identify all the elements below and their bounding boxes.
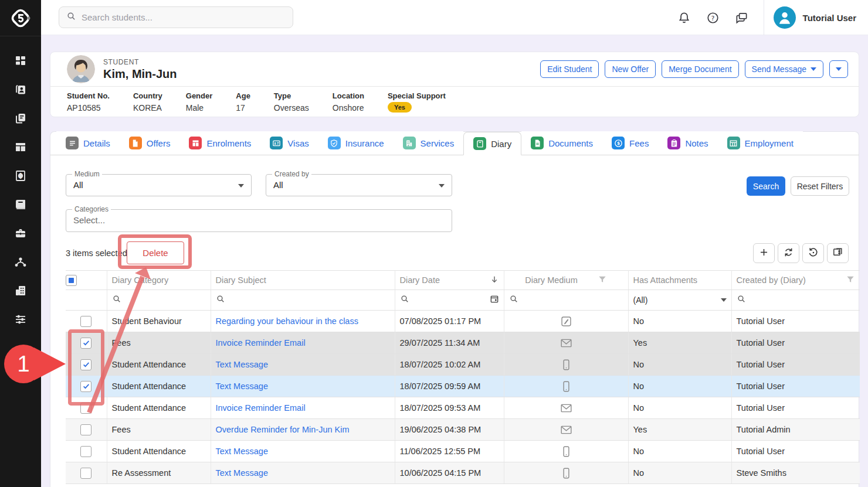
- column-search-icon[interactable]: [737, 294, 746, 306]
- tab-visas[interactable]: Visas: [260, 131, 318, 155]
- cell-created-by: Tutorial User: [731, 354, 860, 376]
- row-checkbox[interactable]: [80, 338, 91, 349]
- row-checkbox[interactable]: [80, 403, 91, 414]
- medium-filter-value: All: [73, 180, 83, 190]
- info-label: Location: [333, 91, 364, 100]
- sidebar-item-agents[interactable]: [13, 255, 28, 269]
- table-row[interactable]: Re AssessmentText Message10/06/2025 04:1…: [66, 462, 860, 484]
- cell-created-by: Tutorial User: [731, 397, 860, 419]
- send-message-button[interactable]: Send Message: [745, 60, 823, 78]
- search-students-input[interactable]: [82, 12, 286, 22]
- sidebar-item-dashboard[interactable]: [13, 54, 28, 68]
- row-checkbox[interactable]: [80, 446, 91, 457]
- column-search-icon[interactable]: [509, 294, 518, 306]
- filter-created-by[interactable]: [731, 290, 860, 311]
- sidebar-item-fees[interactable]: $: [13, 169, 28, 183]
- categories-filter-select[interactable]: Categories Select...: [66, 209, 452, 232]
- created-by-filter-label: Created by: [272, 170, 311, 178]
- table-row[interactable]: Student BehaviourRegarding your behaviou…: [66, 311, 860, 332]
- merge-document-button[interactable]: Merge Document: [662, 60, 738, 78]
- more-actions-button[interactable]: [829, 60, 848, 78]
- sidebar-item-offers[interactable]: [13, 111, 28, 125]
- table-row[interactable]: Student AttendanceText Message18/07/2025…: [66, 354, 860, 376]
- categories-filter-placeholder: Select...: [73, 215, 105, 225]
- sidebar-item-settings[interactable]: [13, 312, 28, 326]
- add-button[interactable]: [753, 243, 775, 263]
- row-checkbox[interactable]: [80, 468, 91, 479]
- reset-filters-button[interactable]: Reset Filters: [791, 176, 849, 196]
- edit-student-button[interactable]: Edit Student: [540, 60, 599, 78]
- sidebar-item-services[interactable]: [13, 226, 28, 240]
- button-label: New Offer: [612, 64, 649, 74]
- col-diary-subject[interactable]: Diary Subject: [211, 271, 395, 290]
- delete-button[interactable]: Delete: [127, 241, 184, 264]
- tab-diary[interactable]: Diary: [463, 132, 521, 155]
- filter-has-attachments[interactable]: (All): [628, 290, 731, 311]
- filter-diary-subject[interactable]: [211, 290, 395, 311]
- column-search-icon[interactable]: [400, 294, 409, 306]
- diary-subject-link[interactable]: Invoice Reminder Email: [216, 338, 306, 348]
- sidebar-item-campuses[interactable]: [13, 284, 28, 298]
- filter-diary-medium[interactable]: [504, 290, 628, 311]
- created-by-filter-select[interactable]: Created by All: [266, 174, 452, 196]
- row-checkbox[interactable]: [80, 359, 91, 370]
- table-row[interactable]: FeesInvoice Reminder Email29/07/2025 11:…: [66, 332, 860, 354]
- column-search-icon[interactable]: [112, 294, 121, 306]
- new-offer-button[interactable]: New Offer: [605, 60, 656, 78]
- user-name[interactable]: Tutorial User: [803, 13, 856, 23]
- table-row[interactable]: Student AttendanceText Message11/06/2025…: [66, 441, 860, 462]
- diary-subject-link[interactable]: Regarding your behaviour in the class: [216, 316, 358, 326]
- search-button[interactable]: Search: [747, 176, 785, 196]
- tab-enrolments[interactable]: Enrolments: [179, 131, 260, 155]
- student-search[interactable]: [59, 6, 293, 28]
- filter-funnel-icon[interactable]: [598, 275, 607, 286]
- tab-insurance[interactable]: Insurance: [318, 131, 394, 155]
- filter-diary-category[interactable]: [107, 290, 211, 311]
- medium-filter-select[interactable]: Medium All: [66, 174, 252, 196]
- diary-subject-link[interactable]: Text Message: [216, 447, 268, 456]
- filter-diary-date[interactable]: [395, 290, 504, 311]
- history-button[interactable]: [802, 243, 824, 263]
- messages-icon[interactable]: [735, 11, 748, 25]
- diary-subject-link[interactable]: Overdue Reminder for Min-Jun Kim: [216, 425, 350, 434]
- diary-subject-link[interactable]: Invoice Reminder Email: [216, 403, 306, 413]
- cell-diary-category: Student Behaviour: [107, 311, 211, 332]
- column-search-icon[interactable]: [216, 294, 225, 306]
- calendar-icon[interactable]: [490, 294, 499, 306]
- tab-offers[interactable]: Offers: [120, 131, 180, 155]
- help-icon[interactable]: ?: [706, 11, 720, 25]
- tab-notes[interactable]: Notes: [658, 131, 717, 155]
- tab-services[interactable]: Services: [394, 131, 464, 155]
- refresh-button[interactable]: [778, 243, 799, 263]
- row-checkbox[interactable]: [80, 316, 91, 327]
- col-diary-medium[interactable]: Diary Medium: [504, 271, 628, 290]
- sidebar-item-enrolments[interactable]: [13, 140, 28, 154]
- tab-details[interactable]: Details: [56, 131, 120, 155]
- filter-funnel-icon[interactable]: [846, 275, 855, 286]
- app-logo[interactable]: [0, 0, 41, 36]
- table-row[interactable]: Student AttendanceInvoice Reminder Email…: [66, 397, 860, 419]
- col-has-attachments[interactable]: Has Attachments: [628, 271, 731, 290]
- row-checkbox[interactable]: [80, 381, 91, 392]
- col-created-by[interactable]: Created by (Diary): [731, 271, 860, 290]
- user-avatar[interactable]: [774, 6, 796, 29]
- table-row[interactable]: Student AttendanceText Message18/07/2025…: [66, 376, 860, 397]
- student-label: STUDENT: [103, 58, 177, 66]
- col-diary-category[interactable]: Diary Category: [107, 271, 211, 290]
- tab-documents[interactable]: Documents: [521, 131, 602, 155]
- export-button[interactable]: [827, 243, 849, 263]
- diary-subject-link[interactable]: Text Message: [216, 360, 268, 369]
- diary-subject-link[interactable]: Text Message: [216, 468, 268, 478]
- select-all-checkbox[interactable]: [66, 275, 77, 286]
- cell-diary-subject: Invoice Reminder Email: [211, 332, 395, 354]
- sidebar-item-students[interactable]: [13, 83, 28, 97]
- sidebar-item-courses[interactable]: [13, 197, 28, 212]
- tab-employment[interactable]: Employment: [718, 131, 803, 155]
- tab-fees[interactable]: $Fees: [602, 131, 658, 155]
- table-row[interactable]: FeesOverdue Reminder for Min-Jun Kim19/0…: [66, 419, 860, 441]
- row-checkbox[interactable]: [80, 424, 91, 435]
- info-age: Age17: [236, 91, 250, 113]
- notifications-icon[interactable]: [677, 11, 691, 25]
- diary-subject-link[interactable]: Text Message: [216, 382, 268, 391]
- col-diary-date[interactable]: Diary Date: [395, 271, 504, 290]
